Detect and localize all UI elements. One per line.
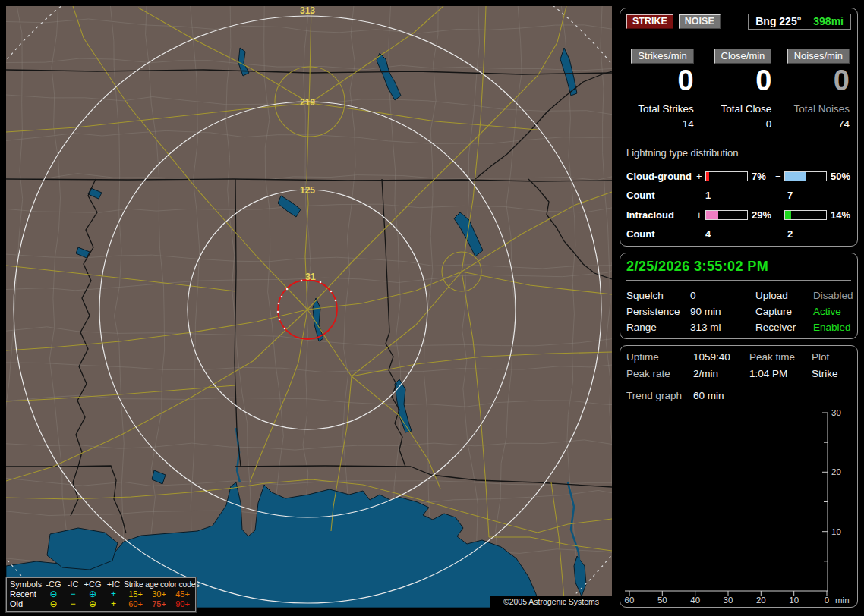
age-code-60: 60+ <box>124 599 147 609</box>
trend-graph-plot: 30 20 10 60 50 40 30 20 10 0 min <box>622 407 856 605</box>
total-strikes-label: Total Strikes <box>628 103 694 115</box>
x-tick-20: 20 <box>756 596 766 605</box>
ic-negative-bar <box>784 210 827 220</box>
cg-negative-bar <box>784 171 827 181</box>
x-tick-30: 30 <box>724 596 733 605</box>
x-tick-50: 50 <box>657 596 667 605</box>
peak-time-value: 1:04 PM <box>749 368 812 379</box>
intracloud-label: Intracloud <box>626 209 696 221</box>
persistence-label: Persistence <box>626 306 690 317</box>
x-axis-unit-label: min <box>835 596 850 605</box>
minus-sign: − <box>775 171 784 182</box>
cg-positive-bar <box>705 171 748 181</box>
distribution-title: Lightning type distribution <box>626 147 851 162</box>
age-code-30: 30+ <box>147 589 171 599</box>
noises-per-min-value: 0 <box>784 66 850 96</box>
plus-sign: + <box>696 171 705 182</box>
datetime-display: 2/25/2026 3:55:02 PM <box>626 259 851 281</box>
lightning-type-distribution: Lightning type distribution Cloud-ground… <box>626 147 851 240</box>
symbol-legend: Symbols -CG -IC +CG +IC Strike age color… <box>6 577 196 612</box>
ic-positive-pct: 29% <box>748 209 775 221</box>
uptime-value: 1059:40 <box>693 351 749 363</box>
ic-negative-count: 2 <box>787 228 851 240</box>
total-close-value: 0 <box>706 118 772 130</box>
noises-per-min-button[interactable]: Noises/min <box>787 49 850 64</box>
plot-value: Strike <box>812 368 851 379</box>
range-setting-value: 313 mi <box>690 322 755 333</box>
capture-status: Active <box>813 306 853 317</box>
legend-row-old-label: Old <box>10 599 43 609</box>
x-tick-10: 10 <box>789 596 799 605</box>
minus-sign: − <box>775 209 784 221</box>
bearing-value: Bng 225° <box>755 15 801 27</box>
old-neg-ic-symbol: − <box>64 599 82 609</box>
ic-positive-bar <box>705 210 748 220</box>
strike-counter-panel: STRIKE NOISE Bng 225° 398mi Strikes/min … <box>620 8 858 247</box>
total-strikes-value: 14 <box>628 118 694 130</box>
noise-mode-button[interactable]: NOISE <box>679 14 721 29</box>
squelch-label: Squelch <box>626 290 690 301</box>
y-tick-30: 30 <box>831 408 841 417</box>
trend-panel: Uptime 1059:40 Peak time Plot Peak rate … <box>620 345 858 608</box>
range-value: 398mi <box>813 15 844 27</box>
plot-label: Plot <box>812 351 851 363</box>
total-close-label: Total Close <box>706 103 772 115</box>
upload-label: Upload <box>755 290 813 301</box>
legend-header-symbols: Symbols <box>10 580 43 589</box>
range-label: Range <box>626 322 690 333</box>
cloud-ground-label: Cloud-ground <box>626 171 696 182</box>
strikes-per-min-value: 0 <box>628 66 694 96</box>
trend-graph-value: 60 min <box>693 390 851 401</box>
cg-negative-pct: 50% <box>827 171 851 182</box>
total-noises-value: 74 <box>784 118 850 130</box>
y-tick-20: 20 <box>831 467 841 476</box>
noises-per-min-counter: Noises/min 0 Total Noises 74 <box>784 49 850 130</box>
squelch-value: 0 <box>690 290 755 301</box>
ic-count-label: Count <box>626 228 696 240</box>
strikes-per-min-counter: Strikes/min 0 Total Strikes 14 <box>628 49 694 130</box>
lightning-map[interactable]: 313 219 125 31 <box>6 6 612 608</box>
age-code-90: 90+ <box>171 599 194 609</box>
strikes-per-min-button[interactable]: Strikes/min <box>631 49 693 64</box>
x-tick-40: 40 <box>690 596 700 605</box>
cg-positive-count: 1 <box>705 190 787 201</box>
bearing-range-readout: Bng 225° 398mi <box>748 14 851 30</box>
receiver-label: Receiver <box>755 322 813 333</box>
x-tick-60: 60 <box>625 596 635 605</box>
strike-mode-button[interactable]: STRIKE <box>626 14 673 29</box>
receiver-status: Enabled <box>813 322 853 333</box>
legend-header-age-codes: Strike age color codes <box>124 580 194 589</box>
ic-negative-pct: 14% <box>827 209 851 221</box>
cg-negative-count: 7 <box>787 190 851 201</box>
x-tick-0: 0 <box>825 596 829 605</box>
peak-rate-value: 2/min <box>693 368 749 379</box>
plus-sign: + <box>696 209 705 221</box>
cg-positive-pct: 7% <box>748 171 775 182</box>
uptime-label: Uptime <box>626 351 693 363</box>
old-pos-ic-symbol: + <box>103 599 124 609</box>
cg-count-label: Count <box>626 190 696 201</box>
peak-rate-label: Peak rate <box>626 368 693 379</box>
ring-label-219: 219 <box>300 97 315 108</box>
age-code-15: 15+ <box>124 589 147 599</box>
ic-positive-count: 4 <box>705 228 787 240</box>
close-per-min-counter: Close/min 0 Total Close 0 <box>706 49 772 130</box>
ring-label-313: 313 <box>300 6 315 16</box>
copyright-notice: ©2005 Astrogenic Systems <box>490 596 612 608</box>
total-noises-label: Total Noises <box>784 103 850 115</box>
persistence-value: 90 min <box>690 306 755 317</box>
close-per-min-value: 0 <box>706 66 772 96</box>
peak-time-label: Peak time <box>749 351 812 363</box>
capture-label: Capture <box>755 306 813 317</box>
trend-graph-label: Trend graph <box>626 390 693 401</box>
ring-label-31: 31 <box>305 272 316 282</box>
age-code-75: 75+ <box>147 599 171 609</box>
age-code-45: 45+ <box>171 589 194 599</box>
old-neg-cg-symbol: ⊖ <box>43 599 64 609</box>
old-pos-cg-symbol: ⊕ <box>82 599 103 609</box>
status-panel: 2/25/2026 3:55:02 PM Squelch 0 Upload Di… <box>620 253 858 339</box>
y-tick-10: 10 <box>831 527 841 536</box>
legend-row-recent-label: Recent <box>10 589 43 599</box>
close-per-min-button[interactable]: Close/min <box>714 49 772 64</box>
upload-status: Disabled <box>813 290 853 301</box>
